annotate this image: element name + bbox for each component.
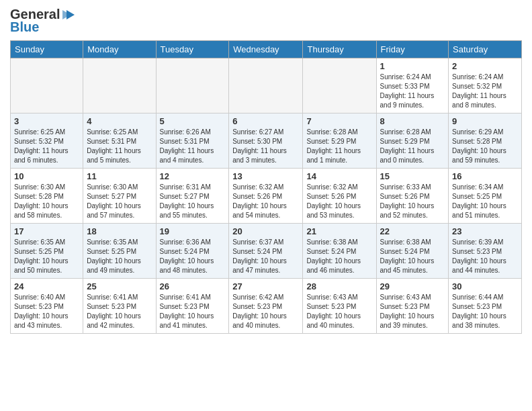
calendar-day (83, 58, 156, 113)
day-number: 4 (87, 116, 152, 126)
calendar-day: 5Sunrise: 6:26 AM Sunset: 5:31 PM Daylig… (156, 113, 229, 169)
day-number: 26 (160, 281, 226, 291)
calendar-day: 1Sunrise: 6:24 AM Sunset: 5:33 PM Daylig… (376, 58, 449, 113)
calendar-day: 17Sunrise: 6:35 AM Sunset: 5:25 PM Dayli… (11, 224, 83, 279)
calendar-week-row: 24Sunrise: 6:40 AM Sunset: 5:23 PM Dayli… (11, 279, 522, 334)
calendar-day: 16Sunrise: 6:34 AM Sunset: 5:25 PM Dayli… (449, 169, 522, 224)
day-header-thursday: Thursday (303, 41, 376, 58)
day-number: 25 (87, 281, 152, 291)
day-number: 7 (306, 116, 372, 126)
day-number: 9 (452, 116, 518, 126)
calendar-day (156, 58, 229, 113)
day-info: Sunrise: 6:35 AM Sunset: 5:25 PM Dayligh… (87, 238, 152, 275)
day-number: 10 (14, 171, 79, 181)
calendar-day: 19Sunrise: 6:36 AM Sunset: 5:24 PM Dayli… (156, 224, 229, 279)
calendar-header-row: SundayMondayTuesdayWednesdayThursdayFrid… (11, 41, 522, 58)
day-info: Sunrise: 6:31 AM Sunset: 5:27 PM Dayligh… (160, 183, 226, 220)
day-info: Sunrise: 6:30 AM Sunset: 5:28 PM Dayligh… (14, 183, 79, 220)
calendar-day: 28Sunrise: 6:43 AM Sunset: 5:23 PM Dayli… (303, 279, 376, 334)
calendar-day: 11Sunrise: 6:30 AM Sunset: 5:27 PM Dayli… (83, 169, 156, 224)
page-container: General Blue SundayMondayTuesdayWednesda… (0, 0, 532, 340)
calendar-day: 4Sunrise: 6:25 AM Sunset: 5:31 PM Daylig… (83, 113, 156, 169)
calendar-day: 18Sunrise: 6:35 AM Sunset: 5:25 PM Dayli… (83, 224, 156, 279)
calendar-day (229, 58, 303, 113)
day-info: Sunrise: 6:32 AM Sunset: 5:26 PM Dayligh… (232, 183, 299, 220)
day-info: Sunrise: 6:37 AM Sunset: 5:24 PM Dayligh… (232, 238, 299, 275)
calendar-day: 20Sunrise: 6:37 AM Sunset: 5:24 PM Dayli… (229, 224, 303, 279)
day-info: Sunrise: 6:32 AM Sunset: 5:26 PM Dayligh… (306, 183, 372, 220)
day-header-friday: Friday (376, 41, 449, 58)
day-number: 6 (232, 116, 299, 126)
calendar-week-row: 17Sunrise: 6:35 AM Sunset: 5:25 PM Dayli… (11, 224, 522, 279)
calendar-week-row: 3Sunrise: 6:25 AM Sunset: 5:32 PM Daylig… (11, 113, 522, 169)
day-number: 29 (380, 281, 445, 291)
day-header-tuesday: Tuesday (156, 41, 229, 58)
calendar-day: 25Sunrise: 6:41 AM Sunset: 5:23 PM Dayli… (83, 279, 156, 334)
day-number: 13 (232, 171, 299, 181)
day-info: Sunrise: 6:44 AM Sunset: 5:23 PM Dayligh… (452, 293, 518, 330)
day-info: Sunrise: 6:39 AM Sunset: 5:23 PM Dayligh… (452, 238, 518, 275)
day-info: Sunrise: 6:36 AM Sunset: 5:24 PM Dayligh… (160, 238, 226, 275)
day-number: 14 (306, 171, 372, 181)
calendar-day: 21Sunrise: 6:38 AM Sunset: 5:24 PM Dayli… (303, 224, 376, 279)
calendar-day: 22Sunrise: 6:38 AM Sunset: 5:24 PM Dayli… (376, 224, 449, 279)
day-info: Sunrise: 6:25 AM Sunset: 5:32 PM Dayligh… (14, 128, 79, 165)
calendar-day: 12Sunrise: 6:31 AM Sunset: 5:27 PM Dayli… (156, 169, 229, 224)
day-number: 24 (14, 281, 79, 291)
day-number: 30 (452, 281, 518, 291)
day-info: Sunrise: 6:24 AM Sunset: 5:33 PM Dayligh… (380, 73, 445, 110)
day-info: Sunrise: 6:28 AM Sunset: 5:29 PM Dayligh… (306, 128, 372, 165)
day-header-saturday: Saturday (449, 41, 522, 58)
calendar-day: 29Sunrise: 6:43 AM Sunset: 5:23 PM Dayli… (376, 279, 449, 334)
calendar-week-row: 10Sunrise: 6:30 AM Sunset: 5:28 PM Dayli… (11, 169, 522, 224)
day-info: Sunrise: 6:28 AM Sunset: 5:29 PM Dayligh… (380, 128, 445, 165)
day-info: Sunrise: 6:41 AM Sunset: 5:23 PM Dayligh… (87, 293, 152, 330)
day-info: Sunrise: 6:34 AM Sunset: 5:25 PM Dayligh… (452, 183, 518, 220)
calendar-day: 27Sunrise: 6:42 AM Sunset: 5:23 PM Dayli… (229, 279, 303, 334)
day-info: Sunrise: 6:42 AM Sunset: 5:23 PM Dayligh… (232, 293, 299, 330)
calendar-day: 8Sunrise: 6:28 AM Sunset: 5:29 PM Daylig… (376, 113, 449, 169)
calendar-day: 10Sunrise: 6:30 AM Sunset: 5:28 PM Dayli… (11, 169, 83, 224)
header: General Blue (10, 7, 522, 35)
day-number: 27 (232, 281, 299, 291)
day-header-monday: Monday (83, 41, 156, 58)
calendar-day: 6Sunrise: 6:27 AM Sunset: 5:30 PM Daylig… (229, 113, 303, 169)
day-info: Sunrise: 6:26 AM Sunset: 5:31 PM Dayligh… (160, 128, 226, 165)
logo: General Blue (10, 7, 76, 35)
day-number: 11 (87, 171, 152, 181)
day-number: 3 (14, 116, 79, 126)
day-info: Sunrise: 6:30 AM Sunset: 5:27 PM Dayligh… (87, 183, 152, 220)
calendar-day: 24Sunrise: 6:40 AM Sunset: 5:23 PM Dayli… (11, 279, 83, 334)
day-number: 19 (160, 226, 226, 236)
day-info: Sunrise: 6:41 AM Sunset: 5:23 PM Dayligh… (160, 293, 226, 330)
day-info: Sunrise: 6:25 AM Sunset: 5:31 PM Dayligh… (87, 128, 152, 165)
calendar-week-row: 1Sunrise: 6:24 AM Sunset: 5:33 PM Daylig… (11, 58, 522, 113)
calendar-day: 26Sunrise: 6:41 AM Sunset: 5:23 PM Dayli… (156, 279, 229, 334)
day-info: Sunrise: 6:35 AM Sunset: 5:25 PM Dayligh… (14, 238, 79, 275)
day-number: 21 (306, 226, 372, 236)
logo-icon (61, 7, 76, 22)
day-info: Sunrise: 6:38 AM Sunset: 5:24 PM Dayligh… (380, 238, 445, 275)
day-header-sunday: Sunday (11, 41, 83, 58)
day-number: 17 (14, 226, 79, 236)
day-number: 8 (380, 116, 445, 126)
day-info: Sunrise: 6:33 AM Sunset: 5:26 PM Dayligh… (380, 183, 445, 220)
day-info: Sunrise: 6:38 AM Sunset: 5:24 PM Dayligh… (306, 238, 372, 275)
day-info: Sunrise: 6:29 AM Sunset: 5:28 PM Dayligh… (452, 128, 518, 165)
calendar-day: 15Sunrise: 6:33 AM Sunset: 5:26 PM Dayli… (376, 169, 449, 224)
day-info: Sunrise: 6:43 AM Sunset: 5:23 PM Dayligh… (306, 293, 372, 330)
day-number: 5 (160, 116, 226, 126)
calendar-day: 2Sunrise: 6:24 AM Sunset: 5:32 PM Daylig… (449, 58, 522, 113)
calendar-day: 13Sunrise: 6:32 AM Sunset: 5:26 PM Dayli… (229, 169, 303, 224)
calendar-day (11, 58, 83, 113)
day-info: Sunrise: 6:40 AM Sunset: 5:23 PM Dayligh… (14, 293, 79, 330)
calendar-table: SundayMondayTuesdayWednesdayThursdayFrid… (10, 40, 522, 334)
calendar-day: 7Sunrise: 6:28 AM Sunset: 5:29 PM Daylig… (303, 113, 376, 169)
logo-blue: Blue (10, 19, 39, 35)
calendar-day (303, 58, 376, 113)
day-number: 16 (452, 171, 518, 181)
day-number: 18 (87, 226, 152, 236)
day-number: 22 (380, 226, 445, 236)
calendar-day: 30Sunrise: 6:44 AM Sunset: 5:23 PM Dayli… (449, 279, 522, 334)
day-info: Sunrise: 6:27 AM Sunset: 5:30 PM Dayligh… (232, 128, 299, 165)
